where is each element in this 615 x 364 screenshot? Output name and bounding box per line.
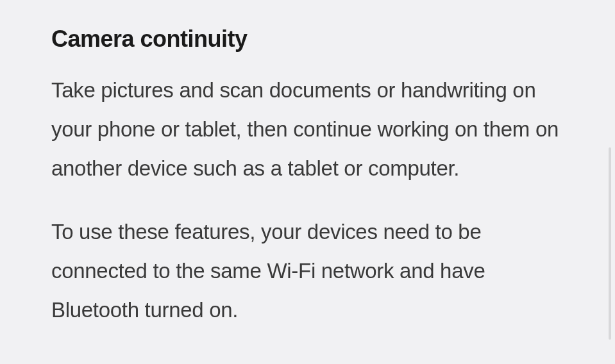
camera-continuity-section: Camera continuity Take pictures and scan… bbox=[51, 26, 564, 329]
description-paragraph-1: Take pictures and scan documents or hand… bbox=[51, 70, 564, 188]
section-heading: Camera continuity bbox=[51, 26, 564, 53]
scrollbar-track bbox=[609, 147, 611, 340]
description-paragraph-2: To use these features, your devices need… bbox=[51, 212, 564, 329]
